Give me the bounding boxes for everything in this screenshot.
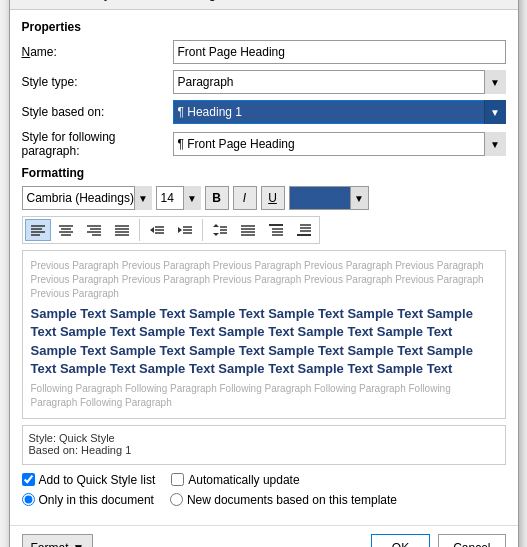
dialog-title: Create New Style from Formatting (20, 0, 217, 1)
formatting-label: Formatting (22, 166, 506, 180)
auto-update-checkbox[interactable] (171, 473, 184, 486)
style-type-select-wrap: Paragraph ▼ (173, 70, 506, 94)
color-picker-button[interactable]: ▼ (289, 186, 369, 210)
bold-button[interactable]: B (205, 186, 229, 210)
add-to-quick-style-label[interactable]: Add to Quick Style list (22, 473, 156, 487)
indent-increase-button[interactable] (172, 219, 198, 241)
svg-marker-24 (213, 224, 219, 227)
style-based-select-wrap: ¶ Heading 1 ▼ (173, 100, 506, 124)
style-following-select[interactable]: ¶ Front Page Heading (173, 132, 506, 156)
help-button[interactable]: ? (462, 0, 482, 3)
alignment-toolbar (22, 216, 320, 244)
underline-button[interactable]: U (261, 186, 285, 210)
style-desc-line2: Based on: Heading 1 (29, 444, 499, 456)
add-to-quick-style-checkbox[interactable] (22, 473, 35, 486)
cancel-button[interactable]: Cancel (438, 534, 505, 547)
preview-prev-text: Previous Paragraph Previous Paragraph Pr… (31, 259, 497, 301)
align-right-button[interactable] (81, 219, 107, 241)
align-left-icon (30, 223, 46, 237)
format-button[interactable]: Format ▼ (22, 534, 94, 547)
align-justify-button[interactable] (109, 219, 135, 241)
color-arrow-icon: ▼ (350, 187, 368, 209)
size-select[interactable]: 14 (156, 186, 201, 210)
radio-row: Only in this document New documents base… (22, 493, 506, 507)
line-spacing-1-button[interactable] (207, 219, 233, 241)
dialog-body: Properties Name: Style type: Paragraph ▼… (10, 10, 518, 525)
spacing-before-icon (268, 223, 284, 237)
italic-button[interactable]: I (233, 186, 257, 210)
only-doc-radio[interactable] (22, 493, 35, 506)
line-spacing-1-icon (212, 223, 228, 237)
spacing-after-button[interactable] (291, 219, 317, 241)
style-type-label: Style type: (22, 75, 167, 89)
checkbox-row: Add to Quick Style list Automatically up… (22, 473, 506, 487)
properties-label: Properties (22, 20, 506, 34)
style-based-select[interactable]: ¶ Heading 1 (173, 100, 506, 124)
align-left-button[interactable] (25, 219, 51, 241)
align-justify-icon (114, 223, 130, 237)
new-docs-label[interactable]: New documents based on this template (170, 493, 397, 507)
new-docs-radio[interactable] (170, 493, 183, 506)
style-following-label: Style for following paragraph: (22, 130, 167, 158)
spacing-before-button[interactable] (263, 219, 289, 241)
align-right-icon (86, 223, 102, 237)
indent-decrease-icon (149, 223, 165, 237)
name-label: Name: (22, 45, 167, 59)
auto-update-label[interactable]: Automatically update (171, 473, 299, 487)
style-description-box: Style: Quick Style Based on: Heading 1 (22, 425, 506, 465)
style-following-select-wrap: ¶ Front Page Heading ▼ (173, 132, 506, 156)
title-bar-controls: ? ✕ (462, 0, 508, 3)
indent-decrease-button[interactable] (144, 219, 170, 241)
style-type-select[interactable]: Paragraph (173, 70, 506, 94)
style-based-label: Style based on: (22, 105, 167, 119)
title-bar: Create New Style from Formatting ? ✕ (10, 0, 518, 10)
right-buttons: OK Cancel (371, 534, 506, 547)
style-desc-line1: Style: Quick Style (29, 432, 499, 444)
preview-box: Previous Paragraph Previous Paragraph Pr… (22, 250, 506, 419)
ok-button[interactable]: OK (371, 534, 430, 547)
create-style-dialog: Create New Style from Formatting ? ✕ Pro… (9, 0, 519, 547)
font-select[interactable]: Cambria (Headings) (22, 186, 152, 210)
style-following-row: Style for following paragraph: ¶ Front P… (22, 130, 506, 158)
bottom-row: Format ▼ OK Cancel (10, 525, 518, 547)
style-type-row: Style type: Paragraph ▼ (22, 70, 506, 94)
line-spacing-2-button[interactable] (235, 219, 261, 241)
line-spacing-2-icon (240, 223, 256, 237)
preview-next-text: Following Paragraph Following Paragraph … (31, 382, 497, 410)
svg-marker-20 (178, 227, 182, 233)
font-row: Cambria (Headings) ▼ 14 ▼ B I U ▼ (22, 186, 506, 210)
svg-marker-16 (150, 227, 154, 233)
size-select-wrap: 14 ▼ (156, 186, 201, 210)
style-based-row: Style based on: ¶ Heading 1 ▼ (22, 100, 506, 124)
indent-increase-icon (177, 223, 193, 237)
formatting-section: Formatting Cambria (Headings) ▼ 14 ▼ B I… (22, 166, 506, 465)
svg-marker-25 (213, 233, 219, 236)
only-doc-label[interactable]: Only in this document (22, 493, 154, 507)
name-input[interactable] (173, 40, 506, 64)
preview-sample-text: Sample Text Sample Text Sample Text Samp… (31, 305, 497, 378)
name-row: Name: (22, 40, 506, 64)
align-center-button[interactable] (53, 219, 79, 241)
close-button[interactable]: ✕ (488, 0, 508, 3)
spacing-after-icon (296, 223, 312, 237)
font-select-wrap: Cambria (Headings) ▼ (22, 186, 152, 210)
align-center-icon (58, 223, 74, 237)
